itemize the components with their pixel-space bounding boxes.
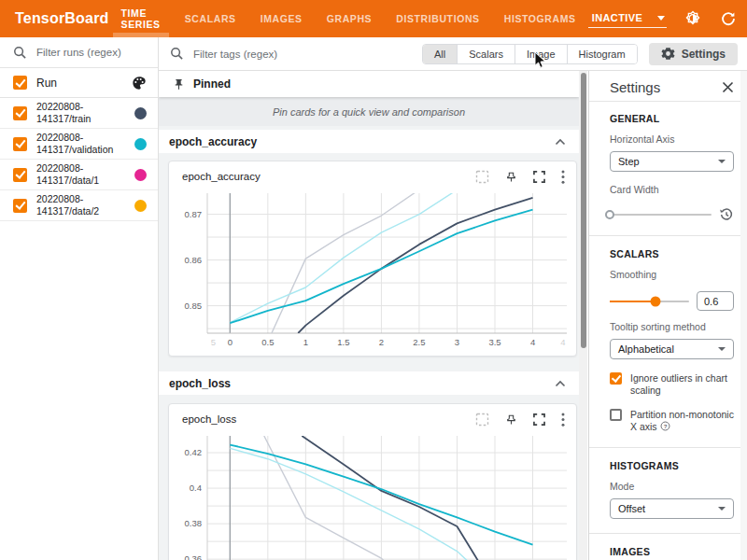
svg-text:4: 4 — [530, 337, 535, 347]
svg-text:0.4: 0.4 — [190, 483, 202, 493]
images-section-heading: IMAGES — [610, 546, 734, 557]
pin-hint-text: Pin cards for a quick view and compariso… — [159, 97, 579, 126]
run-row-data1[interactable]: 20220808-141317/data/1 — [0, 160, 158, 190]
chip-image[interactable]: Image — [515, 45, 568, 63]
svg-text:2: 2 — [379, 337, 384, 347]
svg-text:?: ? — [663, 423, 667, 429]
section-header-epoch-accuracy[interactable]: epoch_accuracy — [159, 130, 579, 153]
card-title: epoch_accuracy — [182, 171, 261, 182]
run-color-dot[interactable] — [134, 169, 147, 181]
nav-tabs: TIME SERIES SCALARS IMAGES GRAPHS DISTRI… — [109, 0, 588, 37]
svg-text:5: 5 — [211, 337, 216, 347]
tags-toolbar: All Scalars Image Histogram Settings — [159, 37, 747, 71]
svg-text:0.85: 0.85 — [185, 301, 203, 311]
horizontal-axis-label: Horizontal Axis — [610, 133, 734, 145]
more-options-icon[interactable] — [561, 413, 565, 427]
partition-x-axis-checkbox[interactable] — [610, 409, 622, 421]
chevron-down-icon — [718, 160, 726, 163]
svg-text:0: 0 — [228, 337, 233, 347]
histogram-mode-label: Mode — [610, 481, 734, 492]
run-row-validation[interactable]: 20220808-141317/validation — [0, 129, 158, 160]
run-row-train[interactable]: 20220808-141317/train — [0, 98, 158, 129]
line-chart-epoch-accuracy[interactable]: 0.850.860.8700.511.522.533.5454 — [169, 189, 576, 354]
run-row-data2[interactable]: 20220808-141317/data/2 — [0, 190, 158, 221]
histogram-mode-select[interactable]: Offset — [610, 498, 734, 519]
chevron-up-icon[interactable] — [555, 138, 566, 146]
pin-icon — [173, 78, 185, 91]
section-header-epoch-loss[interactable]: epoch_loss — [159, 371, 579, 395]
tab-images[interactable]: IMAGES — [248, 0, 315, 37]
fit-to-data-icon[interactable] — [475, 413, 489, 427]
chip-scalars[interactable]: Scalars — [458, 45, 515, 63]
fullscreen-icon[interactable] — [533, 171, 545, 183]
gear-icon — [661, 47, 675, 61]
reset-icon[interactable] — [719, 207, 734, 222]
fullscreen-icon[interactable] — [533, 413, 545, 426]
reload-status-select[interactable]: INACTIVE — [588, 9, 667, 28]
run-color-dot[interactable] — [134, 107, 147, 119]
pinned-title: Pinned — [193, 77, 231, 91]
smoothing-value-input[interactable]: 0.6 — [697, 291, 734, 311]
chip-histogram[interactable]: Histogram — [568, 45, 637, 63]
tab-scalars[interactable]: SCALARS — [173, 0, 248, 37]
run-checkbox[interactable] — [13, 199, 27, 213]
tab-time-series[interactable]: TIME SERIES — [109, 0, 173, 37]
svg-text:0.38: 0.38 — [185, 518, 203, 528]
brightness-icon[interactable] — [684, 10, 702, 28]
run-name: 20220808- — [36, 101, 91, 113]
help-circle-icon[interactable]: ? — [660, 421, 670, 431]
cards-area: Pinned Pin cards for a quick view and co… — [159, 71, 579, 560]
pin-card-icon[interactable] — [505, 413, 517, 426]
chip-all[interactable]: All — [423, 45, 458, 63]
close-icon[interactable] — [722, 81, 734, 93]
more-options-icon[interactable] — [561, 170, 565, 184]
run-name: 20220808- — [36, 162, 99, 175]
run-list-header: Run — [0, 68, 158, 98]
run-color-dot[interactable] — [134, 138, 147, 150]
chevron-down-icon — [718, 347, 726, 351]
svg-text:3: 3 — [455, 337, 459, 347]
horizontal-axis-select[interactable]: Step — [610, 151, 734, 172]
tab-histograms[interactable]: HISTOGRAMS — [492, 0, 588, 37]
app-header: TensorBoard TIME SERIES SCALARS IMAGES G… — [0, 0, 747, 37]
tensorboard-app: TensorBoard TIME SERIES SCALARS IMAGES G… — [0, 0, 747, 560]
settings-scrollbar[interactable] — [740, 71, 747, 560]
svg-text:1.5: 1.5 — [337, 337, 349, 347]
tab-distributions[interactable]: DISTRIBUTIONS — [384, 0, 491, 37]
run-checkbox[interactable] — [13, 106, 27, 120]
svg-text:0.86: 0.86 — [185, 255, 203, 265]
smoothing-slider[interactable] — [610, 301, 689, 302]
card-width-slider[interactable] — [610, 214, 712, 216]
app-logo: TensorBoard — [0, 0, 109, 37]
svg-text:0.5: 0.5 — [261, 337, 274, 347]
palette-icon[interactable] — [132, 76, 147, 91]
svg-text:3.5: 3.5 — [488, 337, 500, 347]
tooltip-sorting-select[interactable]: Alphabetical — [610, 339, 734, 359]
tags-filter — [159, 47, 333, 61]
settings-button[interactable]: Settings — [649, 43, 738, 65]
run-select-all-checkbox[interactable] — [13, 76, 27, 90]
line-chart-epoch-loss[interactable]: 0.360.380.40.42 — [169, 432, 576, 560]
pin-card-icon[interactable] — [505, 171, 517, 183]
main-scrollbar[interactable] — [579, 71, 587, 560]
run-name: 20220808- — [36, 193, 99, 205]
run-checkbox[interactable] — [13, 137, 27, 151]
ignore-outliers-checkbox[interactable] — [610, 372, 622, 385]
refresh-icon[interactable] — [720, 10, 738, 28]
fit-to-data-icon[interactable] — [475, 170, 489, 184]
scrollbar-thumb[interactable] — [581, 73, 586, 348]
runs-filter-input[interactable] — [36, 47, 139, 58]
run-header-label: Run — [36, 77, 57, 90]
chevron-up-icon[interactable] — [555, 380, 566, 387]
run-checkbox[interactable] — [13, 168, 27, 182]
search-icon — [13, 46, 27, 60]
tooltip-sorting-label: Tooltip sorting method — [610, 321, 734, 332]
tags-filter-input[interactable] — [193, 49, 333, 60]
pinned-section-header: Pinned — [159, 71, 579, 97]
svg-text:2.5: 2.5 — [413, 337, 425, 347]
svg-text:0.87: 0.87 — [185, 209, 203, 219]
settings-title: Settings — [610, 79, 660, 95]
run-color-dot[interactable] — [134, 200, 147, 212]
settings-panel: Settings GENERAL Horizontal Axis Step Ca… — [588, 71, 747, 560]
tab-graphs[interactable]: GRAPHS — [315, 0, 385, 37]
